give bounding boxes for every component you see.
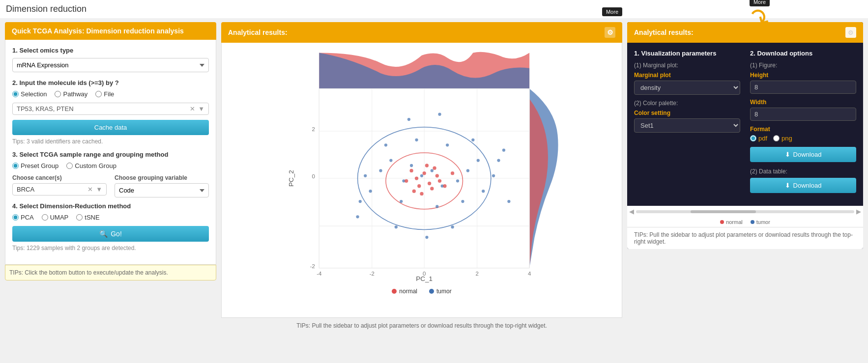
right-normal-dot (720, 220, 724, 224)
svg-point-56 (405, 179, 408, 183)
cancer-select[interactable]: BRCA ✕ ▼ (12, 183, 107, 195)
figure-download-button[interactable]: ⬇ Download (750, 147, 856, 162)
left-panel: Quick TCGA Analysis: Dimension reduction… (5, 22, 216, 333)
tsne-radio[interactable]: tSNE (76, 214, 99, 221)
expand-icon[interactable]: ▼ (198, 105, 204, 112)
group-method-radio: Preset Group Custom Group (12, 162, 209, 169)
middle-panel: More Analytical results: ⚙ (221, 22, 622, 333)
format-label: Format (750, 126, 856, 133)
right-panel: More ↷ Analytical results: ⚙ 1. Visualiz… (627, 22, 863, 333)
svg-point-25 (400, 200, 403, 203)
right-header-title: Analytical results: (634, 28, 694, 36)
svg-point-51 (438, 179, 441, 183)
step4-label: 4. Select Dimension-Reduction method (12, 202, 209, 210)
svg-point-40 (407, 118, 410, 121)
svg-point-21 (466, 169, 469, 172)
radio-pathway[interactable]: Pathway (55, 90, 87, 98)
svg-point-29 (492, 174, 495, 177)
svg-point-49 (409, 169, 413, 172)
input-method-group: Selection Pathway File (12, 90, 209, 98)
normal-label: normal (399, 288, 417, 295)
cancer-label: Choose cancer(s) (12, 174, 107, 181)
svg-point-31 (364, 174, 367, 177)
color-setting-select[interactable]: Set1 Set2 Set3 Dark2 Accent (634, 118, 740, 133)
svg-point-24 (359, 200, 362, 203)
png-radio[interactable]: png (773, 135, 792, 142)
cancer-value: BRCA (17, 186, 87, 193)
svg-text:0: 0 (312, 173, 315, 179)
svg-point-47 (417, 184, 421, 188)
molecule-input[interactable]: TP53, KRAS, PTEN ✕ ▼ (12, 103, 209, 115)
svg-point-34 (446, 143, 449, 146)
svg-point-53 (425, 164, 429, 167)
cache-tip: Tips: 3 valid identifiers are cached. (12, 138, 209, 145)
cancer-clear-icon[interactable]: ✕ (87, 186, 93, 193)
svg-text:2: 2 (476, 271, 479, 277)
omics-type-select[interactable]: mRNA Expression miRNA Expression DNA Met… (12, 58, 209, 72)
svg-text:-2: -2 (370, 271, 375, 277)
left-panel-header: Quick TCGA Analysis: Dimension reduction… (5, 22, 216, 40)
svg-text:-4: -4 (317, 271, 322, 277)
radio-file[interactable]: File (95, 90, 114, 98)
marginal-plot-select[interactable]: density histogram boxplot violin none (634, 81, 740, 95)
right-normal-label: normal (726, 219, 743, 225)
svg-point-26 (435, 205, 438, 208)
right-legend-tumor: tumor (751, 219, 770, 225)
chart-container: PC_1 PC_2 -4 -2 0 2 4 -2 0 2 normal (221, 43, 622, 318)
scroll-right[interactable]: ▶ (854, 208, 863, 215)
height-label: Height (750, 72, 856, 79)
step3-label: 3. Select TCGA sample range and grouping… (12, 151, 209, 158)
chart-legend: normal tumor (227, 288, 617, 295)
legend-tumor: tumor (429, 288, 452, 295)
tumor-dot (429, 289, 434, 294)
svg-point-41 (438, 113, 441, 116)
dl-title: 2. Download options (750, 50, 856, 57)
svg-point-33 (415, 139, 418, 141)
molecule-input-value: TP53, KRAS, PTEN (17, 105, 190, 112)
data-download-button[interactable]: ⬇ Download (750, 178, 856, 193)
radio-selection[interactable]: Selection (12, 90, 47, 98)
svg-point-50 (430, 187, 434, 190)
horizontal-scrollbar[interactable]: ◀ ▶ (627, 206, 863, 217)
svg-point-23 (369, 190, 372, 193)
pca-radio[interactable]: PCA (12, 214, 34, 221)
custom-group-radio[interactable]: Custom Group (66, 162, 116, 169)
preset-group-radio[interactable]: Preset Group (12, 162, 58, 169)
svg-point-35 (471, 139, 474, 141)
svg-text:-2: -2 (310, 263, 315, 269)
svg-point-20 (456, 179, 459, 182)
svg-point-22 (477, 159, 480, 162)
svg-point-14 (389, 159, 392, 162)
right-panel-inner: Analytical results: ⚙ 1. Visualization p… (627, 22, 863, 249)
settings-icon[interactable]: ⚙ (605, 27, 615, 38)
umap-radio[interactable]: UMAP (42, 214, 69, 221)
pdf-radio[interactable]: pdf (750, 135, 767, 142)
right-tumor-label: tumor (756, 219, 770, 225)
svg-point-52 (412, 190, 416, 193)
svg-point-42 (356, 215, 359, 218)
svg-point-55 (433, 167, 436, 170)
go-tip: Tips: 1229 samples with 2 groups are det… (12, 245, 209, 251)
middle-panel-header: Analytical results: ⚙ (221, 22, 622, 43)
download-column: 2. Download options (1) Figure: Height 8… (750, 50, 856, 199)
scroll-left[interactable]: ◀ (627, 208, 636, 215)
pca-chart: PC_1 PC_2 -4 -2 0 2 4 -2 0 2 (227, 48, 617, 283)
dimension-method-group: PCA UMAP tSNE (12, 214, 209, 221)
cache-data-button[interactable]: Cache data (12, 120, 209, 135)
svg-point-46 (428, 182, 431, 185)
svg-point-58 (451, 171, 454, 175)
grouping-variable-select[interactable]: Code Stage Gender Age (115, 183, 209, 197)
go-button[interactable]: 🔍 Go! (12, 226, 209, 242)
svg-point-43 (507, 200, 510, 203)
cancer-expand-icon[interactable]: ▼ (96, 186, 102, 193)
right-settings-icon[interactable]: ⚙ (845, 27, 856, 38)
svg-point-27 (461, 200, 464, 203)
svg-point-16 (410, 164, 413, 167)
svg-text:0: 0 (423, 271, 426, 277)
legend-normal: normal (392, 288, 417, 295)
width-input[interactable]: 8 (750, 108, 856, 121)
height-input[interactable]: 8 (750, 81, 856, 94)
more-badge[interactable]: More (602, 7, 622, 16)
right-tumor-dot (751, 220, 754, 224)
clear-icon[interactable]: ✕ (190, 105, 195, 112)
